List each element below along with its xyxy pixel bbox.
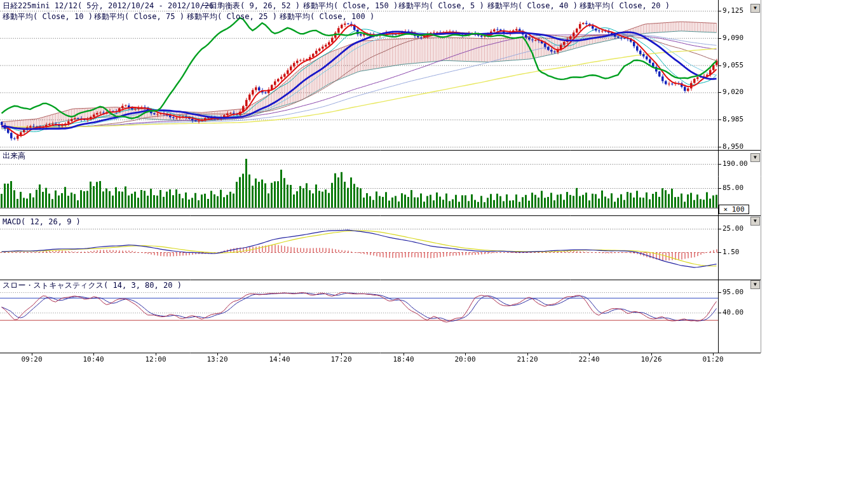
legend-ma-150: 移動平均( Close, 150 ) <box>303 2 398 10</box>
legend-symbol: 日経225mini 12/12( 5分, 2012/10/24 - 2012/1… <box>3 2 223 10</box>
pane-dropdown-button[interactable]: ▼ <box>750 280 760 289</box>
legend-ma-100: 移動平均( Close, 100 ) <box>280 13 374 21</box>
legend-ma-10: 移動平均( Close, 10 ) <box>3 13 93 21</box>
legend-ma-25: 移動平均( Close, 25 ) <box>187 13 277 21</box>
macd-pane-label: MACD( 12, 26, 9 ) <box>3 218 81 226</box>
legend-ma-5: 移動平均( Close, 5 ) <box>398 2 484 10</box>
chevron-down-icon: ▼ <box>754 154 757 160</box>
legend-ichimoku: 一目均衡表( 9, 26, 52 ) <box>202 2 300 10</box>
stochastics-pane-label: スロー・ストキャスティクス( 14, 3, 80, 20 ) <box>3 281 182 290</box>
trading-chart-window: 日経225mini 12/12( 5分, 2012/10/24 - 2012/1… <box>0 0 868 488</box>
legend-ma-75: 移動平均( Close, 75 ) <box>94 13 184 21</box>
volume-unit-box: × 100 <box>719 205 749 214</box>
legend-ma-20: 移動平均( Close, 20 ) <box>580 2 670 10</box>
volume-pane-label: 出来高 <box>3 152 25 160</box>
pane-dropdown-button[interactable]: ▼ <box>750 4 760 13</box>
indicator-legend-row1: 日経225mini 12/12( 5分, 2012/10/24 - 2012/1… <box>0 2 763 11</box>
pane-dropdown-button[interactable]: ▼ <box>750 153 760 162</box>
legend-ma-40: 移動平均( Close, 40 ) <box>487 2 578 10</box>
chart-canvas[interactable] <box>0 0 763 362</box>
chevron-down-icon: ▼ <box>754 281 757 287</box>
pane-dropdown-button[interactable]: ▼ <box>750 217 760 226</box>
indicator-legend-row2: 移動平均( Close, 10 ) 移動平均( Close, 75 ) 移動平均… <box>0 13 763 22</box>
chevron-down-icon: ▼ <box>754 5 757 11</box>
chevron-down-icon: ▼ <box>754 218 757 224</box>
